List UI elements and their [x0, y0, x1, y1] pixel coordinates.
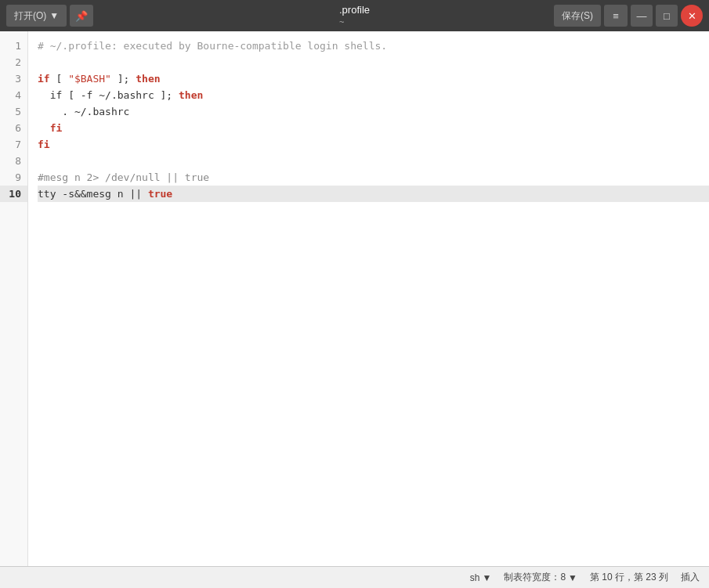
- subtitle-text: ~: [339, 17, 344, 27]
- close-button[interactable]: ✕: [681, 5, 703, 27]
- code-line-3: if [ "$BASH" ]; then: [38, 70, 709, 87]
- pin-button[interactable]: 📌: [70, 5, 93, 27]
- editor: 1 2 3 4 5 6 7 8 9 10 # ~/.profile: execu…: [0, 31, 709, 566]
- save-button[interactable]: 保存(S): [554, 5, 601, 27]
- cursor-position: 第 10 行，第 23 列: [590, 571, 668, 584]
- line-num-5: 5: [0, 103, 27, 120]
- maximize-button[interactable]: □: [656, 5, 678, 27]
- maximize-icon: □: [664, 10, 670, 22]
- pin-icon: 📌: [75, 10, 88, 22]
- titlebar-right: 保存(S) ≡ — □ ✕: [554, 5, 703, 27]
- line-num-10: 10: [0, 186, 27, 202]
- code-line-10: tty -s&&mesg n || true: [38, 186, 709, 202]
- close-icon: ✕: [688, 10, 696, 22]
- code-line-2: [38, 54, 709, 70]
- line-num-2: 2: [0, 54, 27, 70]
- title: .profile ~: [339, 4, 370, 27]
- open-label: 打开(O): [14, 9, 46, 23]
- line-num-8: 8: [0, 153, 27, 169]
- code-line-7: fi: [38, 136, 709, 153]
- titlebar-left: 打开(O) ▼ 📌: [6, 5, 93, 27]
- position-label: 第 10 行，第 23 列: [590, 571, 668, 584]
- mode-label: 插入: [681, 571, 700, 584]
- tab-width-label: 制表符宽度：8: [504, 571, 566, 584]
- menu-button[interactable]: ≡: [604, 5, 628, 27]
- title-text: .profile: [339, 4, 370, 16]
- lang-label: sh: [470, 572, 480, 583]
- code-line-5: . ~/.bashrc: [38, 103, 709, 120]
- line-num-3: 3: [0, 70, 27, 87]
- dropdown-arrow: ▼: [49, 10, 59, 21]
- statusbar: sh ▼ 制表符宽度：8 ▼ 第 10 行，第 23 列 插入: [0, 566, 709, 588]
- line-num-7: 7: [0, 136, 27, 153]
- code-line-9: #mesg n 2> /dev/null || true: [38, 169, 709, 186]
- comment-1: # ~/.profile: executed by Bourne-compati…: [38, 40, 387, 52]
- code-line-1: # ~/.profile: executed by Bourne-compati…: [38, 38, 709, 54]
- save-label: 保存(S): [562, 9, 593, 23]
- tab-width-selector[interactable]: 制表符宽度：8 ▼: [504, 571, 577, 584]
- code-line-4: if [ -f ~/.bashrc ]; then: [38, 87, 709, 103]
- code-line-8: [38, 153, 709, 169]
- line-numbers: 1 2 3 4 5 6 7 8 9 10: [0, 31, 28, 566]
- menu-icon: ≡: [613, 10, 619, 22]
- titlebar: 打开(O) ▼ 📌 .profile ~ 保存(S) ≡ — □ ✕: [0, 0, 709, 31]
- insert-mode: 插入: [681, 571, 700, 584]
- minimize-icon: —: [637, 10, 647, 22]
- open-button[interactable]: 打开(O) ▼: [6, 5, 67, 27]
- line-num-4: 4: [0, 87, 27, 103]
- lang-selector[interactable]: sh ▼: [470, 572, 492, 583]
- line-num-9: 9: [0, 169, 27, 186]
- minimize-button[interactable]: —: [631, 5, 653, 27]
- lang-dropdown-icon: ▼: [483, 572, 492, 583]
- line-num-6: 6: [0, 120, 27, 136]
- tab-dropdown-icon: ▼: [568, 572, 577, 583]
- code-area[interactable]: # ~/.profile: executed by Bourne-compati…: [28, 31, 709, 566]
- line-num-1: 1: [0, 38, 27, 54]
- code-line-6: fi: [38, 120, 709, 136]
